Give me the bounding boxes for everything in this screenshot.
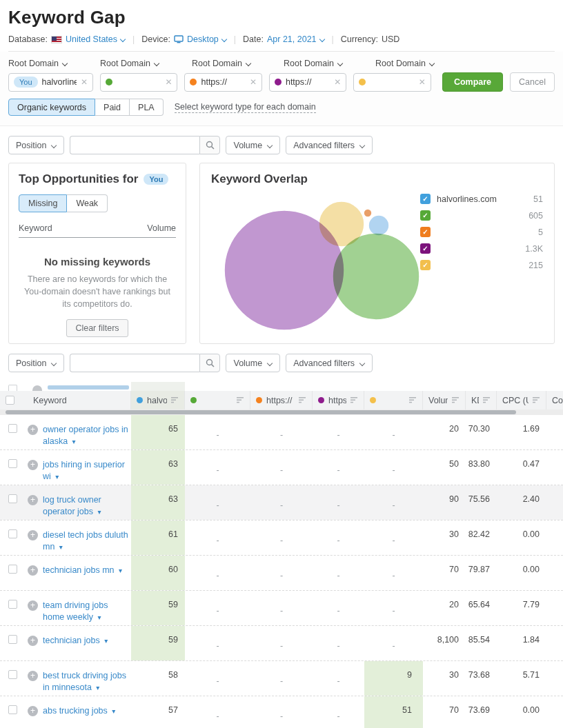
keyword-link[interactable]: best truck driving jobs in minnesota ▾ bbox=[43, 670, 128, 696]
keyword-link[interactable]: log truck owner operator jobs ▾ bbox=[43, 494, 128, 520]
add-keyword-button[interactable]: + bbox=[28, 636, 38, 646]
advanced-filters[interactable]: Advanced filters bbox=[286, 354, 373, 372]
empty-state: No missing keywords There are no keyword… bbox=[19, 256, 176, 337]
root-domain-selector[interactable]: Root Domain bbox=[284, 59, 368, 68]
date-value[interactable]: Apr 21, 2021 bbox=[267, 34, 317, 44]
row-checkbox[interactable] bbox=[8, 424, 17, 433]
add-keyword-button[interactable]: + bbox=[28, 706, 38, 716]
domain-input-2[interactable]: ✕ bbox=[100, 73, 177, 92]
column-label: https:// .. bbox=[328, 396, 346, 405]
sort-icon[interactable] bbox=[350, 397, 358, 403]
keyword-link[interactable]: owner operator jobs in alaska ▾ bbox=[43, 424, 128, 449]
row-checkbox[interactable] bbox=[8, 565, 17, 574]
keyword-link[interactable]: technician jobs mn ▾ bbox=[43, 565, 122, 590]
keyword-link[interactable]: team driving jobs home weekly ▾ bbox=[43, 600, 128, 625]
sort-icon[interactable] bbox=[299, 397, 306, 403]
tab-paid[interactable]: Paid bbox=[95, 99, 130, 116]
position-cell: - bbox=[364, 520, 423, 555]
column-header-cpc-usd-[interactable]: CPC (USD) bbox=[497, 391, 546, 410]
search-button[interactable] bbox=[199, 136, 220, 154]
date-selector[interactable]: Date: Apr 21, 2021 bbox=[243, 34, 324, 44]
row-checkbox[interactable] bbox=[8, 600, 17, 609]
root-domain-selector[interactable]: Root Domain bbox=[375, 59, 460, 68]
search-input[interactable] bbox=[70, 354, 199, 372]
position-filter[interactable]: Position bbox=[8, 136, 64, 154]
search-button[interactable] bbox=[199, 354, 220, 372]
cancel-button[interactable]: Cancel bbox=[510, 72, 555, 92]
add-keyword-button[interactable]: + bbox=[28, 565, 38, 576]
domain-input-3[interactable]: https:// ✕ bbox=[184, 73, 261, 92]
clear-input-icon[interactable]: ✕ bbox=[165, 77, 172, 87]
legend-checkbox[interactable]: ✓ bbox=[420, 210, 431, 221]
column-header-https-[interactable]: https:// ... bbox=[250, 391, 313, 410]
position-filter[interactable]: Position bbox=[8, 354, 64, 372]
clear-input-icon[interactable]: ✕ bbox=[250, 77, 257, 87]
competition-cell bbox=[546, 520, 563, 555]
sort-icon[interactable] bbox=[452, 397, 460, 403]
sort-icon[interactable] bbox=[533, 397, 540, 403]
add-keyword-button[interactable]: + bbox=[28, 600, 38, 611]
scrollbar-thumb[interactable] bbox=[6, 410, 516, 414]
domain-input-you[interactable]: You halvorlines.com ✕ bbox=[8, 73, 93, 92]
database-value[interactable]: United States bbox=[66, 34, 117, 44]
root-domain-selector[interactable]: Root Domain bbox=[100, 59, 185, 68]
add-keyword-button[interactable]: + bbox=[28, 460, 38, 470]
tab-weak[interactable]: Weak bbox=[67, 194, 108, 212]
chevron-down-icon bbox=[221, 37, 227, 42]
clear-input-icon[interactable]: ✕ bbox=[81, 77, 88, 87]
keyword-link[interactable]: jobs hiring in superior wi ▾ bbox=[43, 459, 128, 485]
select-keyword-type-link[interactable]: Select keyword type for each domain bbox=[175, 102, 316, 113]
keyword-link[interactable]: diesel tech jobs duluth mn ▾ bbox=[43, 529, 128, 555]
legend-checkbox[interactable]: ✓ bbox=[420, 243, 431, 254]
cpc-cell: 1.69 bbox=[497, 415, 546, 449]
domain-input-5[interactable]: ✕ bbox=[353, 73, 431, 92]
sort-icon[interactable] bbox=[237, 397, 244, 403]
add-keyword-button[interactable]: + bbox=[28, 495, 38, 505]
compare-button[interactable]: Compare bbox=[442, 72, 503, 92]
clear-filters-button[interactable]: Clear filters bbox=[66, 319, 128, 337]
sort-icon[interactable] bbox=[483, 397, 491, 403]
column-header-https-[interactable]: https:// .. bbox=[313, 391, 364, 410]
device-selector[interactable]: Device: Desktop bbox=[141, 34, 227, 44]
volume-filter[interactable]: Volume bbox=[226, 354, 280, 372]
root-domain-selector[interactable]: Root Domain bbox=[192, 59, 277, 68]
clear-input-icon[interactable]: ✕ bbox=[334, 77, 341, 87]
row-checkbox[interactable] bbox=[8, 459, 17, 468]
volume-filter[interactable]: Volume bbox=[226, 136, 280, 154]
legend-checkbox[interactable]: ✓ bbox=[420, 227, 431, 237]
sort-icon[interactable] bbox=[171, 397, 179, 403]
search-input[interactable] bbox=[70, 136, 199, 154]
advanced-filters[interactable]: Advanced filters bbox=[286, 136, 373, 154]
device-value[interactable]: Desktop bbox=[187, 34, 219, 44]
domain-input-section: Root Domain Root Domain Root Domain Root… bbox=[0, 52, 563, 126]
column-header-competitor[interactable] bbox=[364, 391, 423, 410]
tab-missing[interactable]: Missing bbox=[19, 194, 67, 212]
clear-input-icon[interactable]: ✕ bbox=[419, 77, 426, 87]
domain-input-4[interactable]: https:// ✕ bbox=[269, 73, 346, 92]
row-checkbox[interactable] bbox=[8, 529, 17, 538]
add-keyword-button[interactable]: + bbox=[28, 425, 38, 435]
row-checkbox[interactable] bbox=[8, 635, 17, 644]
sort-icon[interactable] bbox=[409, 397, 417, 403]
tab-organic-keywords[interactable]: Organic keywords bbox=[8, 99, 95, 116]
column-header-competitor[interactable] bbox=[185, 391, 250, 410]
page-header: Keyword Gap Database: United States | De… bbox=[0, 0, 563, 52]
root-domain-selector[interactable]: Root Domain bbox=[8, 59, 93, 68]
keyword-link[interactable]: abs trucking jobs ▾ bbox=[43, 705, 115, 728]
column-header-volume[interactable]: Volume bbox=[423, 391, 466, 410]
add-keyword-button[interactable]: + bbox=[28, 530, 38, 540]
keyword-link[interactable]: technician jobs ▾ bbox=[43, 635, 108, 660]
chevron-down-icon bbox=[267, 143, 273, 148]
add-keyword-button[interactable]: + bbox=[28, 671, 38, 681]
column-header-halvorlin-[interactable]: halvorlin... bbox=[131, 391, 185, 410]
row-checkbox[interactable] bbox=[8, 705, 17, 714]
column-header-kd-[interactable]: KD% bbox=[466, 391, 497, 410]
chevron-down-icon bbox=[337, 61, 343, 66]
legend-checkbox[interactable]: ✓ bbox=[420, 260, 431, 270]
database-selector[interactable]: Database: United States bbox=[8, 34, 126, 44]
row-checkbox[interactable] bbox=[8, 494, 17, 503]
row-checkbox[interactable] bbox=[8, 670, 17, 679]
tab-pla[interactable]: PLA bbox=[130, 99, 164, 116]
select-all-checkbox[interactable] bbox=[6, 396, 14, 405]
legend-checkbox[interactable]: ✓ bbox=[420, 194, 431, 204]
